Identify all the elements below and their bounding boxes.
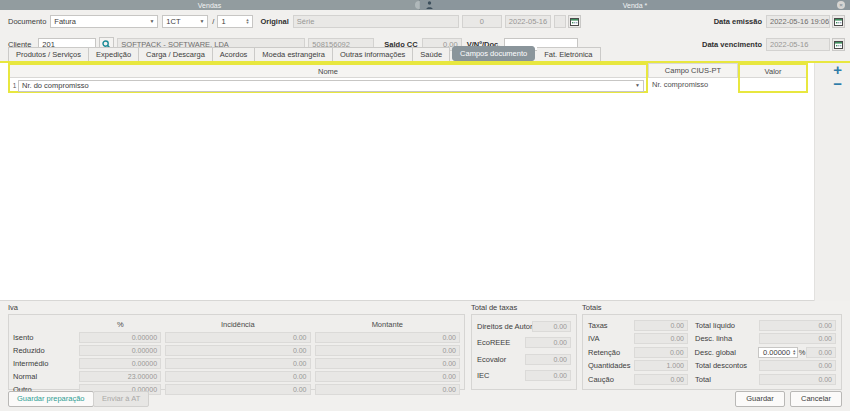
iva-box: % Incidência Montante Isento 0.00000 0.0… (8, 314, 465, 390)
tax-row-iec: IEC 0.00 (477, 370, 571, 382)
total-label: Total líquido (695, 321, 759, 330)
iva-pct-value: 0.00000 (79, 345, 161, 356)
table-row: 1 Nr. do compromisso ▼ (10, 78, 646, 93)
total-label: Total (695, 375, 759, 384)
iva-row-intermedio: Intermédio 0.00000 0.00 0.00 (13, 357, 460, 369)
tab-campos-documento[interactable]: Campos documento (452, 46, 535, 61)
valor-cell[interactable] (740, 78, 806, 91)
doc-number-value: 1 (221, 16, 225, 27)
tax-value: 0.00 (525, 337, 571, 348)
mini-field (554, 15, 566, 28)
iva-pct-value: 0.00000 (79, 358, 161, 369)
serie-value: 1CT (166, 16, 180, 27)
spinner-icon[interactable]: ▲▼ (792, 349, 796, 355)
iva-mont-value: 0.00 (315, 358, 460, 369)
iva-mont-value: 0.00 (315, 371, 460, 382)
iva-pct-value: 0.00000 (79, 332, 161, 343)
row-number: 1 (11, 82, 18, 89)
row-actions-strip: + − (814, 63, 850, 301)
calendar-icon[interactable] (832, 38, 845, 51)
campo-cius-header[interactable]: Campo CIUS-PT (648, 63, 738, 78)
tab-produtos-servicos[interactable]: Produtos / Serviços (8, 47, 89, 61)
cancelar-button[interactable]: Cancelar (790, 391, 842, 407)
iva-section: Iva % Incidência Montante Isento 0.00000… (8, 303, 465, 390)
tab-expedicao[interactable]: Expedição (89, 47, 139, 61)
tab-bar: Produtos / Serviços Expedição Carga / De… (8, 48, 601, 61)
tax-value: 0.00 (532, 321, 571, 332)
guardar-preparacao-button[interactable]: Guardar preparação (8, 391, 94, 407)
totais-row: IVA 0.00 Desc. linha 0.00 (588, 333, 836, 345)
tab-acordos[interactable]: Acordos (213, 47, 256, 61)
documento-value: Fatura (54, 16, 76, 27)
tax-label: Direitos de Autor (477, 322, 532, 331)
total-taxas-title: Total de taxas (471, 303, 577, 312)
total-label: Total descontos (695, 361, 759, 370)
desc-global-value: 0.00000 (763, 347, 790, 358)
valor-column-header[interactable]: Valor (740, 65, 806, 78)
guardar-button[interactable]: Guardar (735, 391, 785, 407)
total-value: 0.00 (759, 374, 836, 385)
documento-select[interactable]: Fatura ▼ (50, 15, 158, 28)
iva-col-pct: % (80, 320, 161, 329)
nome-column-header[interactable]: Nome (10, 65, 646, 78)
chevron-down-icon: ▼ (199, 16, 204, 27)
data-emissao-label: Data emissão (714, 17, 762, 26)
calendar-icon[interactable] (568, 15, 581, 28)
tab-moeda-estrangeira[interactable]: Moeda estrangeira (255, 47, 333, 61)
footer-buttons: Guardar preparação Enviar à AT Guardar C… (0, 391, 850, 407)
total-value: 0.00 (634, 347, 688, 358)
total-value: 0.00 (759, 320, 836, 331)
document-row: Documento Fatura ▼ 1CT ▼ / 1 ▲▼ Original… (0, 14, 850, 28)
campos-documento-panel: Nome 1 Nr. do compromisso ▼ Campo CIUS-P… (0, 61, 850, 301)
total-value: 0.00 (806, 347, 836, 358)
total-value: 0.00 (634, 374, 688, 385)
remove-row-button[interactable]: − (833, 79, 842, 89)
iva-pct-value: 23.00000 (79, 371, 161, 382)
tab-carga-descarga[interactable]: Carga / Descarga (139, 47, 213, 61)
total-label: Desc. linha (695, 334, 759, 343)
serie-select[interactable]: 1CT ▼ (162, 15, 208, 28)
campo-nome-select[interactable]: Nr. do compromisso ▼ (18, 80, 644, 92)
iva-header-row: % Incidência Montante (13, 318, 460, 330)
total-label: Quantidades (588, 361, 634, 370)
front-window-title: Venda * (420, 2, 850, 9)
tab-fat-eletronica[interactable]: Fat. Eletrónica (537, 47, 600, 61)
valor-column: Valor (738, 63, 808, 93)
tax-value: 0.00 (525, 354, 571, 365)
spinner-icon[interactable]: ▲▼ (245, 18, 249, 24)
iva-col-incidencia: Incidência (165, 320, 310, 329)
tab-outras-informacoes[interactable]: Outras informações (333, 47, 413, 61)
serie-field: Série (293, 15, 459, 28)
iva-inc-value: 0.00 (165, 371, 310, 382)
data-vencimento-label: Data vencimento (702, 40, 762, 49)
total-taxas-box: Direitos de Autor 0.00 EcoREEE 0.00 Ecov… (471, 314, 577, 390)
iva-inc-value: 0.00 (165, 332, 310, 343)
totais-section: Totais Taxas 0.00 Total líquido 0.00 IVA… (582, 303, 842, 390)
total-label: Desc. global (695, 348, 759, 357)
iva-row-label: Reduzido (13, 346, 79, 355)
tab-saude[interactable]: Saúde (413, 47, 450, 61)
iva-row-reduzido: Reduzido 0.00000 0.00 0.00 (13, 344, 460, 356)
campo-nome-value: Nr. do compromisso (22, 80, 89, 91)
add-row-button[interactable]: + (833, 65, 842, 75)
iva-row-normal: Normal 23.00000 0.00 0.00 (13, 370, 460, 382)
tax-label: Ecovalor (477, 355, 506, 364)
iva-col-montante: Montante (315, 320, 460, 329)
iva-inc-value: 0.00 (165, 345, 310, 356)
chevron-down-icon: ▼ (149, 16, 154, 27)
iva-row-label: Intermédio (13, 359, 79, 368)
count-field: 0 (462, 15, 502, 28)
total-label: IVA (588, 334, 634, 343)
data-emissao-field: 2022-05-16 19:06 (766, 15, 830, 28)
enviar-at-button[interactable]: Enviar à AT (93, 391, 149, 407)
title-bar: Vendas Venda * × (0, 0, 850, 10)
desc-global-stepper[interactable]: 0.00000 ▲▼ (758, 347, 798, 358)
close-icon[interactable]: × (837, 1, 845, 9)
doc-number-stepper[interactable]: 1 ▲▼ (217, 15, 253, 28)
total-value: 1.000 (634, 360, 688, 371)
total-label: Retenção (588, 348, 634, 357)
calendar-icon[interactable] (832, 15, 845, 28)
totais-title: Totais (582, 303, 842, 312)
iva-row-label: Isento (13, 333, 79, 342)
doc-date-field: 2022-05-16 (505, 15, 551, 28)
